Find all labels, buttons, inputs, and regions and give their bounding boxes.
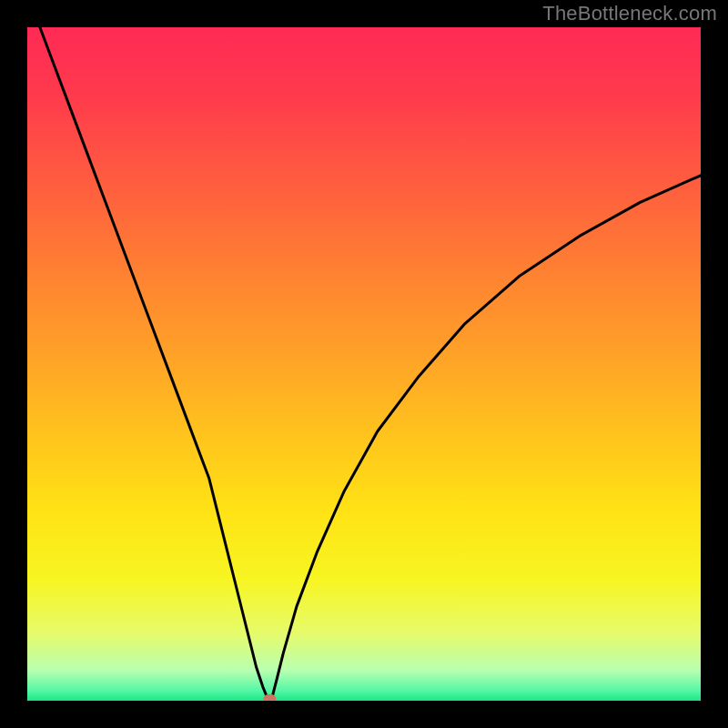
chart-frame: TheBottleneck.com [0, 0, 728, 728]
plot-svg [27, 27, 701, 701]
gradient-background [27, 27, 701, 701]
plot-area [27, 27, 701, 701]
watermark-text: TheBottleneck.com [542, 2, 717, 25]
